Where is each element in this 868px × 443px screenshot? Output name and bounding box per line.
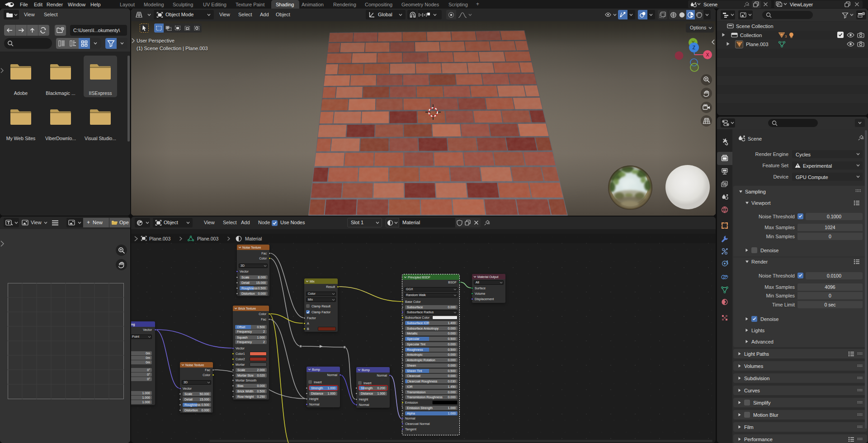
svg-text:X: X: [706, 52, 709, 57]
svg-text:Z: Z: [693, 45, 696, 50]
